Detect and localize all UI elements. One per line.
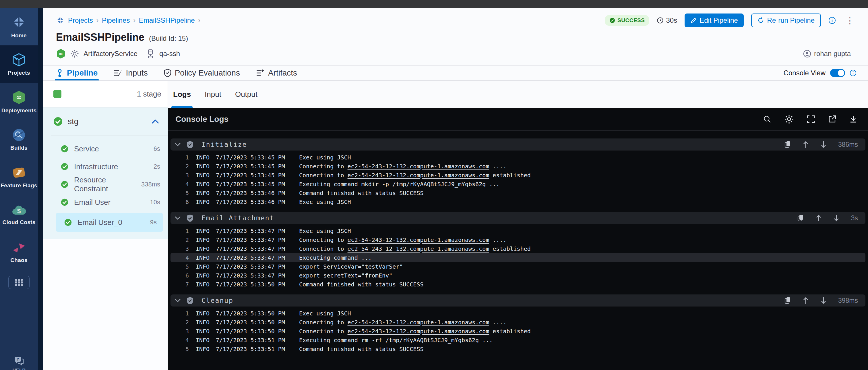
step-name: Service [74, 144, 99, 153]
download-icon[interactable] [849, 115, 858, 123]
console-view-toggle[interactable] [830, 69, 845, 77]
module-selector-button[interactable] [8, 276, 30, 289]
host-link[interactable]: ec2-54-243-12-132.compute-1.amazonaws.co… [348, 163, 489, 170]
scroll-down-icon[interactable] [833, 214, 840, 222]
fullscreen-icon[interactable] [807, 115, 815, 123]
host-link[interactable]: ec2-54-243-12-132.compute-1.amazonaws.co… [348, 236, 489, 243]
page-title: EmailSSHPipeline [56, 31, 144, 44]
log-timestamp: 7/17/2023 5:33:47 PM [216, 263, 288, 270]
infrastructure-name[interactable]: qa-ssh [159, 50, 180, 58]
copy-icon[interactable] [784, 141, 791, 148]
open-in-new-icon[interactable] [828, 115, 836, 123]
stage-row-stg[interactable]: stg [43, 108, 167, 136]
rerun-pipeline-button[interactable]: Re-run Pipeline [751, 13, 821, 27]
chevron-down-icon[interactable] [175, 142, 181, 146]
log-level: INFO [196, 263, 211, 270]
step-row-email-user-0[interactable]: Email User_09s [56, 213, 163, 232]
log-line: 7INFO7/17/2023 5:33:50 PMCommand finishe… [170, 280, 865, 289]
scroll-up-icon[interactable] [803, 141, 809, 148]
log-line: 2INFO7/17/2023 5:33:50 PMConnecting to e… [170, 318, 865, 326]
log-line-number: 5 [179, 346, 189, 352]
step-name: Infrastructure [74, 162, 118, 171]
step-duration: 6s [154, 145, 160, 152]
breadcrumb-link[interactable]: Projects [68, 17, 93, 24]
log-level: INFO [196, 154, 211, 161]
service-name[interactable]: ArtifactoryService [84, 50, 137, 58]
chevron-down-icon[interactable] [175, 216, 181, 220]
tab-policy[interactable]: Policy Evaluations [164, 65, 240, 80]
breadcrumb-link[interactable]: Pipelines [102, 17, 130, 24]
log-settings-gear-icon[interactable] [784, 114, 794, 124]
log-level: INFO [196, 228, 211, 234]
chaos-module-icon [12, 241, 26, 254]
artifacts-tab-icon [256, 69, 265, 77]
copy-icon[interactable] [797, 214, 804, 222]
stage-card: stg Service6sInfrastructure2sResource Co… [43, 108, 167, 239]
log-timestamp: 7/17/2023 5:33:45 PM [216, 172, 288, 179]
host-link[interactable]: ec2-54-243-12-132.compute-1.amazonaws.co… [348, 328, 489, 335]
tab-inputs[interactable]: Inputs [114, 65, 148, 80]
console-tab-output[interactable]: Output [235, 81, 257, 108]
step-row-email-user[interactable]: Email User10s [43, 193, 167, 211]
host-link[interactable]: ec2-54-243-12-132.compute-1.amazonaws.co… [348, 319, 489, 326]
log-line: 1INFO7/17/2023 5:33:50 PMExec using JSCH [170, 309, 865, 318]
tab-artifacts[interactable]: Artifacts [256, 65, 297, 80]
search-icon[interactable] [763, 115, 772, 123]
log-timestamp: 7/17/2023 5:33:45 PM [216, 163, 288, 170]
host-link[interactable]: ec2-54-243-12-132.compute-1.amazonaws.co… [348, 172, 489, 179]
scroll-down-icon[interactable] [820, 141, 827, 148]
console-tab-logs[interactable]: Logs [173, 81, 191, 108]
sidebar-item-chaos[interactable]: Chaos [0, 233, 38, 271]
console-view-info-icon[interactable] [849, 69, 857, 77]
check-circle-icon [609, 18, 615, 23]
log-message: Exec using JSCH [299, 228, 351, 234]
log-level: INFO [196, 319, 211, 326]
log-level: INFO [196, 346, 211, 352]
log-section-name: Cleanup [202, 297, 234, 304]
tab-pipeline[interactable]: Pipeline [56, 65, 98, 80]
log-line-number: 6 [179, 272, 189, 279]
edit-pipeline-button[interactable]: Edit Pipeline [685, 13, 743, 27]
info-icon[interactable] [828, 17, 836, 24]
log-level: INFO [196, 337, 211, 344]
log-level: INFO [196, 328, 211, 335]
sidebar-item-deployments[interactable]: ∞Deployments [0, 83, 38, 121]
log-section-header[interactable]: Cleanup398ms [170, 294, 865, 307]
scroll-up-icon[interactable] [803, 297, 809, 304]
help-chat-icon: ? [14, 356, 24, 366]
build-id: (Build Id: 15) [149, 34, 188, 42]
log-line-number: 1 [179, 310, 189, 317]
tab-label: Inputs [126, 68, 148, 78]
sidebar-item-projects[interactable]: Projects [0, 46, 38, 83]
breadcrumb-link[interactable]: EmailSSHPipeline [139, 17, 195, 24]
host-link[interactable]: ec2-54-243-12-132.compute-1.amazonaws.co… [348, 245, 489, 252]
sidebar-item-help[interactable]: ? HELP [0, 356, 38, 370]
chevron-right-icon: › [198, 17, 200, 24]
log-line: 5INFO7/17/2023 5:33:51 PMCommand finishe… [170, 344, 865, 353]
log-section-header[interactable]: Initialize386ms [170, 139, 865, 150]
chevron-up-icon[interactable] [152, 119, 159, 124]
log-line: 1INFO7/17/2023 5:33:47 PMExec using JSCH [170, 226, 865, 235]
log-level: INFO [196, 272, 211, 279]
step-row-infrastructure[interactable]: Infrastructure2s [43, 158, 167, 175]
console-tab-input[interactable]: Input [205, 81, 221, 108]
scroll-down-icon[interactable] [820, 297, 827, 304]
step-name: Email User_0 [78, 218, 122, 227]
log-section-header[interactable]: Email Attachment3s [170, 212, 865, 224]
sidebar-item-home[interactable]: Home [0, 8, 38, 46]
step-duration: 9s [150, 219, 157, 226]
copy-icon[interactable] [784, 297, 791, 304]
step-row-resource-constraint[interactable]: Resource Constraint338ms [43, 175, 167, 193]
sidebar-item-builds[interactable]: Builds [0, 121, 38, 158]
log-line: 3INFO7/17/2023 5:33:47 PMConnection to e… [170, 244, 865, 253]
step-success-icon [61, 181, 68, 188]
sidebar-item-cloud-costs[interactable]: $Cloud Costs [0, 196, 38, 233]
step-success-icon [64, 219, 72, 226]
chevron-down-icon[interactable] [175, 298, 181, 303]
scroll-up-icon[interactable] [815, 214, 822, 222]
log-level: INFO [196, 163, 211, 170]
more-options-menu[interactable]: ⋮ [843, 16, 857, 26]
sidebar-item-feature-flags[interactable]: Feature Flags [0, 158, 38, 196]
builds-module-icon [12, 128, 26, 142]
step-row-service[interactable]: Service6s [43, 140, 167, 158]
